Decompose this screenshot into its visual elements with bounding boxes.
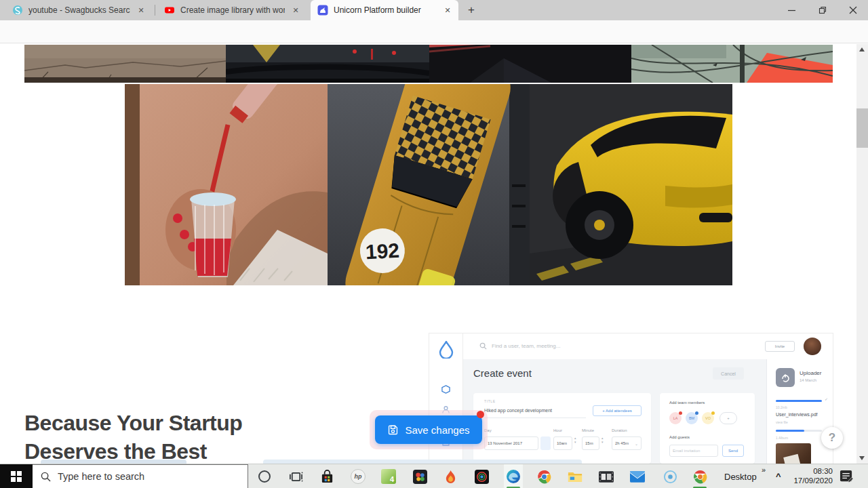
window-controls: [776, 0, 868, 20]
toolbar-overflow-chevron[interactable]: »: [762, 466, 766, 474]
file-explorer-icon[interactable]: [567, 468, 583, 485]
strip-image-dark-stairs[interactable]: [429, 45, 631, 83]
help-button[interactable]: ?: [821, 427, 843, 449]
mockup-file-size: 10.2mb: [776, 405, 787, 409]
mockup-send-button: Send: [722, 445, 744, 457]
close-icon[interactable]: [837, 0, 868, 20]
mockup-progress-bar-2: [776, 430, 804, 432]
page-scrollbar[interactable]: [856, 44, 868, 464]
chrome-icon[interactable]: [536, 468, 552, 485]
mockup-duration-value: 2h 45m: [615, 441, 629, 445]
mockup-album-label: 1 Album: [776, 436, 788, 440]
mockup-day-field: 13 November 2017: [484, 436, 538, 450]
mockup-minute-label: Minute: [582, 428, 594, 432]
photo-editor-icon[interactable]: 4: [380, 468, 397, 485]
mockup-progress-check: ✓: [825, 396, 828, 401]
save-floppy-icon: [387, 424, 399, 436]
cortana-icon[interactable]: [256, 468, 273, 485]
mail-icon[interactable]: [629, 468, 646, 485]
youtube-icon: [164, 5, 175, 16]
mockup-uploader-title: Uploader: [800, 370, 821, 376]
tray-date: 17/09/2020: [788, 476, 833, 485]
mockup-duration-label: Duration: [612, 428, 627, 432]
mockup-file-name: User_interviews.pdf: [776, 412, 817, 417]
mockup-create-event-title: Create event: [473, 367, 532, 379]
strip-image-cracked-concrete[interactable]: [24, 45, 226, 83]
mockup-title-label: TITLE: [484, 399, 496, 403]
heading-line-1: Because Your Startup: [24, 409, 242, 437]
dashboard-mockup-image[interactable]: Find a user, team, meeting... Invite Cre…: [429, 333, 833, 464]
mockup-uploader-icon: [776, 368, 795, 387]
race-car-graphic: 192: [328, 84, 530, 285]
mockup-cancel-button: Cancel: [713, 367, 744, 380]
edge-icon[interactable]: [505, 468, 521, 485]
desktop-toolbar-label[interactable]: Desktop: [724, 472, 757, 482]
tab-swagbucks-search[interactable]: youtube - Swagbucks Search ✕: [5, 0, 152, 20]
gallery-image-pouring-drink[interactable]: [125, 84, 328, 285]
mockup-search-icon: [479, 342, 487, 350]
powerlines-graphic: [631, 45, 833, 83]
mockup-topbar: Find a user, team, meeting... Invite: [463, 333, 833, 359]
strip-image-car-dashboard[interactable]: [226, 45, 429, 83]
avatar-initials: VO: [705, 416, 711, 420]
mockup-avatar-chip: VO: [702, 412, 714, 424]
mockup-uploader-date: 14 March: [800, 378, 816, 382]
start-button[interactable]: [0, 464, 33, 488]
microsoft-store-icon[interactable]: [319, 468, 335, 485]
save-changes-button[interactable]: Save changes: [375, 415, 482, 444]
action-center-icon[interactable]: [840, 469, 854, 486]
help-question-mark: ?: [829, 431, 835, 445]
mockup-team-label: Add team members: [669, 401, 705, 405]
dashboard-night-graphic: [226, 45, 429, 83]
restore-icon[interactable]: [807, 0, 837, 20]
mockup-team-card: Add team members LA BM VO + Add guests E…: [660, 393, 755, 464]
scroll-down-arrow[interactable]: [859, 456, 865, 460]
webpage-content: 192 Because Your S: [0, 44, 868, 464]
orange-browser-icon[interactable]: [692, 468, 708, 485]
screen-recorder-icon[interactable]: [662, 468, 678, 485]
scrollbar-thumb[interactable]: [856, 108, 868, 148]
video-editor-icon[interactable]: [598, 468, 614, 485]
mockup-add-member-chip: +: [719, 412, 737, 424]
avatar-initials: BM: [689, 416, 694, 420]
tray-time: 08:30: [788, 466, 833, 476]
desktop-screen: youtube - Swagbucks Search ✕ Create imag…: [0, 0, 868, 488]
minimize-icon[interactable]: [776, 0, 807, 20]
mockup-file-link: view file: [776, 420, 788, 424]
mockup-title-value: Hiked app concept development: [484, 408, 552, 413]
new-tab-button[interactable]: +: [464, 3, 479, 18]
tab-separator: [155, 5, 155, 16]
media-player-icon[interactable]: [473, 468, 490, 485]
tray-clock[interactable]: 08:30 17/09/2020: [788, 466, 833, 485]
strip-image-powerlines-illustration[interactable]: [631, 45, 833, 83]
unsaved-changes-dot: [477, 411, 484, 418]
close-tab-icon[interactable]: ✕: [290, 5, 301, 16]
tab-label: Unicorn Platform builder: [334, 5, 437, 15]
gallery-image-yellow-sportscar[interactable]: [530, 84, 732, 285]
mockup-right-rail: Uploader 14 March ✓ 10.2mb User_intervie…: [766, 359, 833, 464]
unicorn-platform-icon: [317, 5, 328, 16]
swagbucks-icon: [12, 5, 23, 16]
hp-icon[interactable]: hp: [350, 468, 366, 485]
mockup-form-card: TITLE Hiked app concept development + Ad…: [473, 393, 651, 464]
close-tab-icon[interactable]: ✕: [442, 5, 453, 16]
gallery-image-race-car-top[interactable]: 192: [328, 84, 530, 285]
page-heading: Because Your Startup Deserves the Best: [24, 409, 242, 464]
scroll-up-arrow[interactable]: [859, 47, 865, 52]
tab-create-image-library[interactable]: Create image library with wordp ✕: [157, 0, 307, 20]
collage-app-icon[interactable]: [412, 468, 428, 485]
mockup-duration-field: 2h 45m⌄: [612, 436, 642, 450]
windows-taskbar: hp 4: [0, 464, 868, 488]
flame-app-icon[interactable]: [442, 468, 458, 485]
task-view-icon[interactable]: [288, 468, 304, 485]
mockup-minute-stepper: ▴▾: [601, 436, 604, 444]
taskbar-search-box[interactable]: [33, 464, 248, 488]
taskbar-search-input[interactable]: [58, 471, 220, 482]
tab-unicorn-platform[interactable]: Unicorn Platform builder ✕: [311, 0, 458, 20]
tray-expand-chevron[interactable]: ^: [776, 471, 781, 481]
mockup-album-photo-detail: [783, 454, 802, 464]
pouring-drink-graphic: [125, 84, 328, 285]
dark-stairs-graphic: [429, 45, 631, 83]
close-tab-icon[interactable]: ✕: [136, 5, 146, 16]
avatar-initials: LA: [673, 416, 678, 420]
